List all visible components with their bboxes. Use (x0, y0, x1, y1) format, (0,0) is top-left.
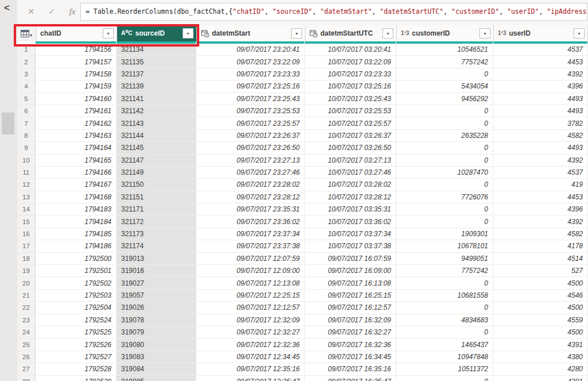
cell-customerID[interactable]: 0 (396, 277, 493, 288)
cell-sourceID[interactable]: 319057 (117, 290, 196, 301)
cell-userID[interactable]: 4391 (493, 376, 588, 381)
cell-customerID[interactable]: 9499051 (396, 253, 493, 264)
cell-customerID[interactable]: 1909301 (396, 228, 493, 240)
row-number[interactable]: 17 (17, 240, 36, 252)
left-rail-scroll-thumb[interactable] (2, 113, 14, 134)
row-number[interactable]: 11 (17, 167, 36, 178)
cell-userID[interactable]: 4582 (493, 228, 588, 240)
cell-customerID[interactable]: 0 (396, 302, 493, 313)
cell-chatID[interactable]: 1794183 (36, 203, 117, 215)
cell-datetmStart[interactable]: 09/07/2017 12:32:36 (196, 338, 305, 350)
cell-customerID[interactable]: 0 (396, 142, 493, 153)
cell-datetmStart[interactable]: 09/07/2017 23:25:16 (196, 80, 305, 92)
cell-datetmStartUTC[interactable]: 10/07/2017 03:26:37 (305, 130, 396, 141)
cell-datetmStart[interactable]: 09/07/2017 12:35:16 (196, 363, 305, 375)
cell-customerID[interactable]: 5434054 (396, 80, 493, 92)
row-number[interactable]: 25 (17, 338, 36, 350)
cell-datetmStartUTC[interactable]: 10/07/2017 03:27:46 (305, 167, 396, 178)
cell-userID[interactable]: 4500 (493, 277, 588, 288)
cell-chatID[interactable]: 1794185 (36, 228, 117, 240)
cell-sourceID[interactable]: 319026 (117, 302, 196, 313)
cell-userID[interactable]: 4514 (493, 253, 588, 264)
cell-userID[interactable]: 4453 (493, 56, 588, 67)
row-number[interactable]: 6 (17, 105, 36, 117)
cell-userID[interactable]: 4178 (493, 240, 588, 252)
cell-datetmStartUTC[interactable]: 10/07/2017 03:25:16 (305, 80, 396, 92)
cell-sourceID[interactable]: 319083 (117, 351, 196, 363)
cell-chatID[interactable]: 1792524 (36, 314, 117, 326)
cell-datetmStart[interactable]: 09/07/2017 23:23:33 (196, 68, 305, 80)
cell-sourceID[interactable]: 321149 (117, 167, 196, 178)
row-number[interactable]: 9 (17, 142, 36, 153)
cell-sourceID[interactable]: 321144 (117, 130, 196, 141)
cell-datetmStartUTC[interactable]: 09/07/2017 16:32:27 (305, 326, 396, 338)
cell-datetmStart[interactable]: 09/07/2017 23:26:50 (196, 142, 305, 153)
row-number[interactable]: 26 (17, 351, 36, 363)
datetime-type-icon[interactable] (201, 29, 209, 37)
row-number[interactable]: 13 (17, 191, 36, 203)
cell-userID[interactable]: 4546 (493, 290, 588, 301)
cell-chatID[interactable]: 1792500 (36, 253, 117, 264)
cell-customerID[interactable]: 0 (396, 179, 493, 190)
cell-customerID[interactable]: 0 (396, 68, 493, 80)
cell-datetmStartUTC[interactable]: 10/07/2017 03:22:09 (305, 56, 396, 67)
cell-customerID[interactable]: 2635228 (396, 130, 493, 141)
cell-sourceID[interactable]: 321141 (117, 93, 196, 105)
datetime-type-icon[interactable] (310, 29, 318, 37)
filter-dropdown-customerID[interactable]: ▾ (479, 28, 490, 39)
cell-chatID[interactable]: 1792527 (36, 351, 117, 363)
row-number[interactable]: 22 (17, 302, 36, 313)
row-number[interactable]: 1 (17, 44, 36, 55)
row-number[interactable]: 24 (17, 326, 36, 338)
cell-datetmStartUTC[interactable]: 10/07/2017 03:25:43 (305, 93, 396, 105)
filter-dropdown-datetmStartUTC[interactable]: ▾ (382, 28, 393, 39)
cell-sourceID[interactable]: 319084 (117, 363, 196, 375)
row-number[interactable]: 5 (17, 93, 36, 105)
cell-datetmStart[interactable]: 09/07/2017 23:25:43 (196, 93, 305, 105)
cell-sourceID[interactable]: 319085 (117, 376, 196, 381)
cell-userID[interactable]: 4392 (493, 68, 588, 80)
cell-sourceID[interactable]: 321142 (117, 105, 196, 117)
cell-datetmStartUTC[interactable]: 10/07/2017 03:36:02 (305, 215, 396, 227)
cell-datetmStartUTC[interactable]: 10/07/2017 03:20:41 (305, 44, 396, 55)
cell-datetmStart[interactable]: 09/07/2017 23:28:12 (196, 191, 305, 203)
cell-chatID[interactable]: 1794167 (36, 179, 117, 190)
cell-userID[interactable]: 4392 (493, 215, 588, 227)
cell-chatID[interactable]: 1792501 (36, 265, 117, 276)
cell-customerID[interactable]: 4834683 (396, 314, 493, 326)
cell-sourceID[interactable]: 321145 (117, 142, 196, 153)
cell-sourceID[interactable]: 319078 (117, 314, 196, 326)
cell-customerID[interactable]: 0 (396, 117, 493, 129)
row-number[interactable]: 12 (17, 179, 36, 190)
cell-sourceID[interactable]: 319079 (117, 326, 196, 338)
cell-datetmStartUTC[interactable]: 09/07/2017 16:25:15 (305, 290, 396, 301)
row-number[interactable]: 28 (17, 376, 36, 381)
cell-sourceID[interactable]: 321134 (117, 44, 196, 55)
filter-dropdown-chatID[interactable]: ▾ (103, 28, 114, 39)
text-type-icon[interactable]: ABC (121, 30, 133, 36)
cell-datetmStart[interactable]: 09/07/2017 23:35:31 (196, 203, 305, 215)
cell-sourceID[interactable]: 319027 (117, 277, 196, 288)
cell-datetmStart[interactable]: 09/07/2017 12:12:57 (196, 302, 305, 313)
cell-userID[interactable]: 4537 (493, 167, 588, 178)
cell-sourceID[interactable]: 321143 (117, 117, 196, 129)
cell-userID[interactable]: 4280 (493, 363, 588, 375)
cell-customerID[interactable]: 10546521 (396, 44, 493, 55)
cell-datetmStartUTC[interactable]: 10/07/2017 03:35:31 (305, 203, 396, 215)
cell-datetmStartUTC[interactable]: 10/07/2017 03:27:13 (305, 155, 396, 166)
cell-sourceID[interactable]: 321174 (117, 240, 196, 252)
cell-chatID[interactable]: 1794165 (36, 155, 117, 166)
cell-customerID[interactable]: 10511372 (396, 363, 493, 375)
cell-chatID[interactable]: 1794160 (36, 93, 117, 105)
cell-chatID[interactable]: 1792504 (36, 302, 117, 313)
cell-customerID[interactable]: 1465437 (396, 338, 493, 350)
cell-customerID[interactable]: 7757242 (396, 56, 493, 67)
cell-userID[interactable]: 4500 (493, 326, 588, 338)
row-number[interactable]: 15 (17, 215, 36, 227)
cell-datetmStart[interactable]: 09/07/2017 12:13:08 (196, 277, 305, 288)
cell-chatID[interactable]: 1794184 (36, 215, 117, 227)
cell-chatID[interactable]: 1794162 (36, 117, 117, 129)
cell-datetmStart[interactable]: 09/07/2017 23:37:38 (196, 240, 305, 252)
cell-chatID[interactable]: 1794156 (36, 44, 117, 55)
cell-datetmStartUTC[interactable]: 09/07/2017 16:32:09 (305, 314, 396, 326)
